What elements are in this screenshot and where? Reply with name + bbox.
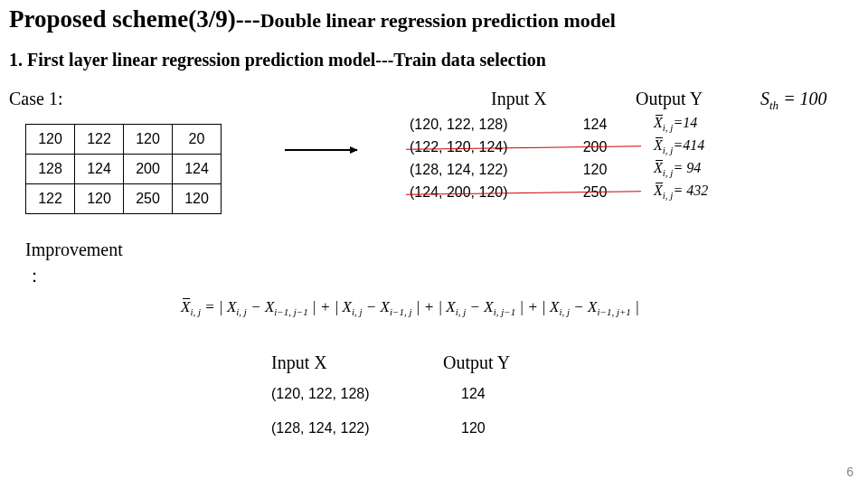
triple-xbar: Xi, j= 432: [654, 183, 708, 201]
triple-output: 124: [563, 117, 627, 133]
cell: 122: [26, 184, 75, 214]
arrow-icon: [285, 149, 357, 151]
triples-block: (120, 122, 128) 124 Xi, j=14 (122, 120, …: [410, 113, 708, 203]
label-input-x: Input X: [491, 89, 636, 113]
cell: 120: [124, 125, 173, 155]
bottom-input: (120, 122, 128): [271, 386, 407, 402]
label-sth: Sth = 100: [760, 89, 827, 113]
sth-post: = 100: [778, 89, 827, 108]
improvement-label: Improvement：: [25, 239, 134, 288]
section-heading: 1. First layer linear regression predict…: [9, 50, 855, 70]
title-main: Proposed scheme(3/9)---: [9, 5, 260, 33]
triple-input: (128, 124, 122): [410, 162, 527, 178]
triple-xbar: Xi, j=414: [654, 137, 704, 155]
cell: 120: [75, 184, 124, 214]
triple-xbar: Xi, j=14: [654, 115, 697, 133]
triple-row: (122, 120, 124) 200 Xi, j=414: [410, 136, 708, 158]
bottom-row: (128, 124, 122) 120: [271, 420, 510, 436]
cell: 250: [124, 184, 173, 214]
cell: 128: [26, 155, 75, 184]
formula: Xi, j = | Xi, j − Xi−1, j−1 | + | Xi, j …: [181, 298, 639, 317]
cell: 120: [173, 184, 222, 214]
triple-output: 120: [563, 162, 627, 178]
cell: 200: [124, 155, 173, 184]
triple-row: (120, 122, 128) 124 Xi, j=14: [410, 113, 708, 136]
column-labels: Input X Output Y Sth = 100: [72, 89, 827, 113]
triple-input: (120, 122, 128): [410, 117, 527, 133]
cell: 20: [173, 125, 222, 155]
bottom-label-input: Input X: [271, 352, 407, 373]
bottom-row: (120, 122, 128) 124: [271, 386, 510, 402]
cell: 120: [26, 125, 75, 155]
title-sub: Double linear regression prediction mode…: [260, 9, 616, 32]
cell: 124: [75, 155, 124, 184]
slide: Proposed scheme(3/9)---Double linear reg…: [0, 0, 868, 488]
bottom-input: (128, 124, 122): [271, 420, 407, 436]
slide-title: Proposed scheme(3/9)---Double linear reg…: [9, 5, 855, 33]
cell: 122: [75, 125, 124, 155]
triple-row: (124, 200, 120) 250 Xi, j= 432: [410, 181, 708, 203]
bottom-label-output: Output Y: [443, 352, 510, 373]
label-output-y: Output Y: [636, 89, 744, 113]
cell: 124: [173, 155, 222, 184]
page-number: 6: [846, 465, 854, 479]
bottom-output: 124: [461, 386, 486, 402]
bottom-output: 120: [461, 420, 486, 436]
input-matrix: 12012212020 128124200124 122120250120: [25, 124, 222, 214]
sth-sub: th: [769, 99, 778, 112]
triple-row: (128, 124, 122) 120 Xi, j= 94: [410, 158, 708, 181]
bottom-block: Input X Output Y (120, 122, 128) 124 (12…: [271, 352, 510, 455]
case-label: Case 1:: [9, 89, 72, 109]
sth-pre: S: [760, 89, 769, 108]
triple-xbar: Xi, j= 94: [654, 160, 701, 178]
